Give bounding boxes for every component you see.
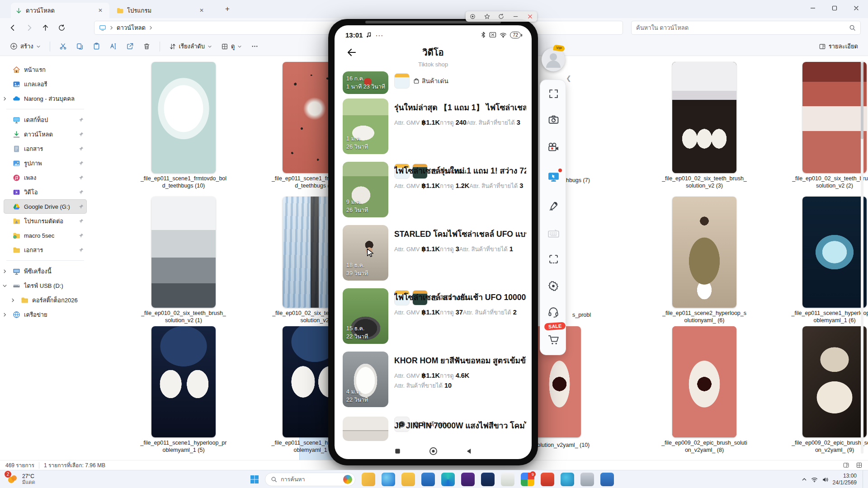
expand-chevron-icon[interactable] — [2, 312, 7, 317]
back-button[interactable] — [466, 448, 472, 455]
taskbar-weather-widget[interactable]: 2 27°C มีแดด — [0, 473, 68, 486]
sidebar-item[interactable]: เครือข่าย — [4, 307, 87, 322]
share-button[interactable] — [123, 40, 137, 53]
volume-icon[interactable] — [822, 476, 829, 483]
expand-chevron-icon[interactable] — [10, 298, 15, 303]
breadcrumb[interactable]: ดาวน์โหลด — [117, 23, 146, 33]
recents-button[interactable] — [394, 448, 401, 455]
file-thumbnail[interactable] — [672, 62, 736, 173]
shop-cart-button[interactable] — [540, 329, 566, 349]
rotate-icon[interactable] — [498, 14, 504, 19]
details-pane-button[interactable]: รายละเอียด — [815, 39, 862, 54]
rename-button[interactable] — [106, 40, 121, 53]
close-icon[interactable] — [527, 14, 533, 19]
details-view-icon[interactable] — [843, 462, 849, 469]
taskbar-app-icon[interactable] — [501, 473, 514, 486]
file-thumbnail[interactable] — [672, 326, 736, 437]
file-item[interactable]: _file_ep010_02_six_teeth_brush_solution_… — [659, 62, 750, 189]
expand-chevron-icon[interactable] — [2, 269, 7, 274]
tab-close-icon[interactable]: ✕ — [96, 6, 105, 14]
record-icon[interactable] — [470, 14, 476, 19]
sidebar-item[interactable]: พีซีเครื่องนี้ — [4, 264, 87, 278]
file-item[interactable]: _file_ep011_scene2_hyperloop_solutionyam… — [659, 197, 750, 324]
taskbar-app-icon[interactable] — [461, 473, 475, 486]
sidebar-item[interactable]: macro 5sec — [4, 228, 87, 243]
taskbar-settings-icon[interactable] — [580, 473, 594, 486]
refresh-button[interactable] — [53, 21, 70, 34]
tray-expand-icon[interactable] — [802, 477, 807, 482]
taskbar-edge-icon[interactable] — [382, 473, 395, 486]
minimize-button[interactable] — [803, 0, 823, 16]
expand-chevron-icon[interactable] — [2, 96, 7, 101]
video-thumbnail[interactable]: 4 ม.ค. 22 วินาที — [343, 352, 388, 407]
taskbar-app-icon[interactable] — [421, 473, 435, 486]
video-thumbnail[interactable]: 1 ม.ค. 26 วินาที — [343, 99, 388, 154]
file-name-partial[interactable]: s_probl — [572, 312, 591, 318]
minimize-icon[interactable] — [513, 14, 519, 19]
file-thumbnail[interactable] — [802, 62, 867, 173]
taskbar-app-icon[interactable] — [600, 473, 614, 486]
taskbar-app-icon[interactable] — [541, 473, 554, 486]
taskbar-clock[interactable]: 13:00 24/1/2569 — [833, 473, 857, 486]
sidebar-item[interactable]: เอกสาร — [4, 141, 87, 156]
file-thumbnail[interactable] — [802, 326, 867, 437]
sidebar-item[interactable]: รูปภาพ — [4, 156, 87, 170]
tab-downloads[interactable]: ดาวน์โหลด ✕ — [11, 3, 109, 18]
video-thumbnail[interactable]: 16 ก.ค. 1 นาที 23 วินาที — [343, 71, 388, 94]
large-icons-view-icon[interactable] — [856, 462, 863, 469]
file-item[interactable]: _file_ep011_scene1_hyperloop_problemyaml… — [789, 197, 868, 324]
sidebar-item[interactable]: โปรแกรมตัดต่อ — [4, 214, 87, 228]
file-thumbnail[interactable] — [802, 197, 867, 308]
file-name-partial[interactable]: hbugs (7) — [566, 177, 590, 183]
cut-button[interactable] — [56, 40, 71, 53]
new-tab-button[interactable]: + — [225, 5, 230, 14]
file-thumbnail[interactable] — [672, 197, 736, 308]
close-button[interactable] — [846, 0, 866, 16]
show-desktop-button[interactable] — [863, 470, 864, 488]
select-region-button[interactable] — [540, 249, 566, 269]
search-box[interactable]: ค้นหาใน ดาวน์โหลด — [631, 21, 861, 35]
delete-button[interactable] — [139, 40, 154, 53]
maximize-button[interactable] — [825, 0, 844, 16]
screenshot-button[interactable] — [540, 110, 566, 130]
file-name-partial[interactable]: solution_v2yaml_ (10) — [534, 442, 590, 448]
sidebar-item[interactable]: คอร์สติ๊กต็อก2026 — [12, 293, 87, 307]
sidebar-item[interactable]: Narong - ส่วนบุคคล — [4, 91, 87, 106]
avatar[interactable]: VIP — [542, 48, 565, 71]
back-button[interactable] — [5, 21, 21, 34]
keyboard-button[interactable] — [540, 224, 566, 244]
sidebar-item[interactable]: แกลเลอรี — [4, 77, 87, 91]
collapse-handle-icon[interactable]: ❮ — [566, 75, 571, 82]
sidebar-item[interactable]: ไดรฟ์ USB (D:) — [4, 278, 87, 293]
sidebar-item[interactable]: วิดีโอ — [4, 185, 87, 199]
screen-record-button[interactable] — [540, 137, 566, 157]
tab-programs[interactable]: โปรแกรม ✕ — [112, 3, 211, 18]
home-button[interactable] — [429, 447, 438, 455]
taskbar-chrome-icon[interactable]: 9 — [521, 473, 534, 486]
taskbar-app-icon[interactable] — [441, 473, 455, 486]
start-button[interactable] — [248, 473, 261, 486]
sort-button[interactable]: เรียงลำดับ — [165, 39, 216, 54]
file-thumbnail[interactable] — [151, 326, 216, 437]
sidebar-item[interactable]: ดาวน์โหลด — [4, 127, 87, 141]
product-thumbnail[interactable] — [394, 73, 410, 89]
taskbar-search[interactable]: การค้นหา — [265, 473, 355, 486]
copy-button[interactable] — [72, 40, 87, 53]
video-thumbnail[interactable] — [343, 417, 388, 441]
sidebar-item[interactable]: หน้าแรก — [4, 62, 87, 77]
tab-close-icon[interactable]: ✕ — [197, 6, 206, 14]
paste-button[interactable] — [89, 40, 104, 53]
video-thumbnail[interactable]: 15 ธ.ค. 22 วินาที — [343, 288, 388, 344]
support-headset-button[interactable] — [540, 302, 566, 322]
scrollbar[interactable] — [861, 61, 863, 454]
view-button[interactable]: ดู — [217, 39, 245, 54]
sidebar-item[interactable]: เอกสาร — [4, 243, 87, 257]
sidebar-item[interactable]: เพลง — [4, 170, 87, 185]
wifi-icon[interactable] — [811, 477, 818, 483]
file-item[interactable]: _file_ep009_02_epic_brush_solution_v2yam… — [789, 326, 868, 454]
star-icon[interactable] — [484, 14, 490, 19]
file-item[interactable]: _file_ep010_02_six_teeth_brush_solution_… — [138, 197, 229, 324]
forward-button[interactable] — [21, 21, 37, 34]
taskbar-app-icon[interactable] — [561, 473, 574, 486]
taskbar-app-icon[interactable] — [401, 473, 415, 486]
